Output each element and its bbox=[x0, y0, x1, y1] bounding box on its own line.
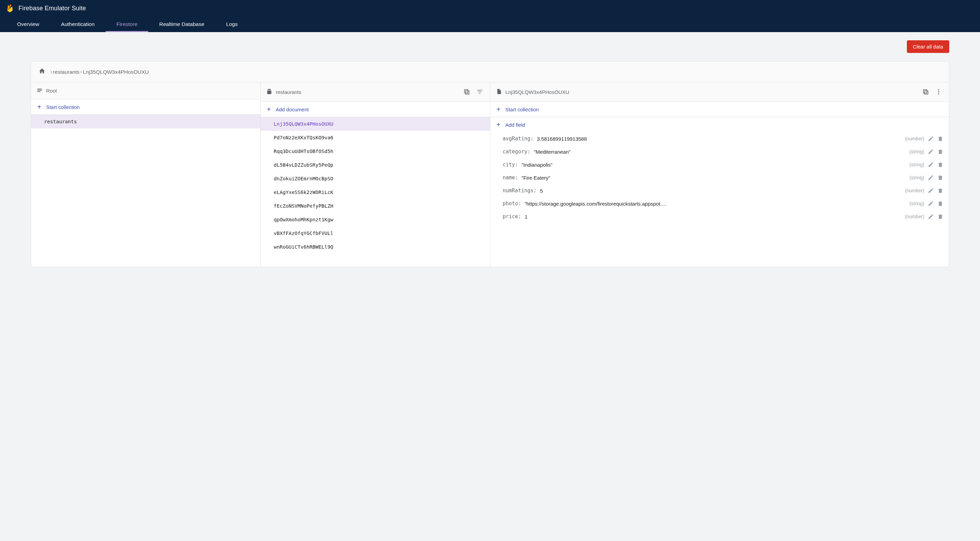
tab-overview[interactable]: Overview bbox=[6, 16, 50, 32]
add-document-button[interactable]: + Add document bbox=[261, 102, 490, 117]
field-type: (number) bbox=[905, 214, 924, 219]
svg-point-4 bbox=[938, 89, 939, 90]
field-type: (number) bbox=[905, 136, 924, 141]
trash-icon[interactable] bbox=[937, 162, 943, 168]
filter-icon[interactable] bbox=[475, 87, 485, 97]
plus-icon: + bbox=[267, 106, 271, 113]
field-type: (string) bbox=[909, 149, 924, 154]
trash-icon[interactable] bbox=[937, 149, 943, 155]
collection-item[interactable]: restaurants bbox=[31, 115, 260, 129]
document-item[interactable]: Pd7oNz2eXKxTQsKO9va6 bbox=[261, 131, 490, 144]
svg-point-5 bbox=[938, 91, 939, 92]
field-key: name: bbox=[503, 175, 518, 181]
breadcrumb: ›restaurants›Lnj35QLQW3x4PHosOUXU bbox=[31, 62, 949, 82]
add-field-button[interactable]: + Add field bbox=[490, 117, 949, 132]
app-title: Firebase Emulator Suite bbox=[19, 5, 86, 12]
trash-icon[interactable] bbox=[937, 200, 943, 207]
pencil-icon[interactable] bbox=[928, 149, 934, 155]
firebase-logo-icon bbox=[6, 3, 14, 13]
document-item[interactable]: Rqq3DcuUdHTsOBfOSd5h bbox=[261, 144, 490, 158]
start-collection-label: Start collection bbox=[505, 106, 539, 113]
field-row: photo:"https://storage.googleapis.com/fi… bbox=[490, 197, 949, 210]
copy-icon[interactable] bbox=[921, 87, 931, 97]
breadcrumb-item[interactable]: Lnj35QLQW3x4PHosOUXU bbox=[83, 69, 149, 75]
svg-rect-3 bbox=[923, 89, 927, 93]
more-icon[interactable] bbox=[934, 87, 943, 97]
tab-authentication[interactable]: Authentication bbox=[50, 16, 106, 32]
pencil-icon[interactable] bbox=[928, 187, 934, 194]
svg-rect-1 bbox=[465, 89, 468, 93]
field-value: "Mediterranean" bbox=[534, 149, 906, 155]
columns-container: Root + Start collection restaurants rest… bbox=[31, 82, 949, 267]
start-collection-button[interactable]: + Start collection bbox=[490, 102, 949, 117]
start-collection-button[interactable]: + Start collection bbox=[31, 99, 260, 115]
pencil-icon[interactable] bbox=[928, 213, 934, 220]
add-document-label: Add document bbox=[276, 106, 309, 113]
document-icon bbox=[496, 89, 502, 96]
start-collection-label: Start collection bbox=[46, 104, 80, 110]
trash-icon[interactable] bbox=[937, 213, 943, 220]
tab-realtime-database[interactable]: Realtime Database bbox=[148, 16, 215, 32]
document-item[interactable]: dL5B4vLDZZubSRy5PeQp bbox=[261, 158, 490, 172]
svg-point-6 bbox=[938, 93, 939, 94]
collection-icon bbox=[266, 89, 272, 96]
pencil-icon[interactable] bbox=[928, 136, 934, 142]
field-type: (string) bbox=[909, 201, 924, 206]
field-type: (string) bbox=[909, 162, 924, 167]
root-column: Root + Start collection restaurants bbox=[31, 82, 261, 267]
document-detail-label: Lnj35QLQW3x4PHosOUXU bbox=[505, 89, 918, 95]
document-item[interactable]: Lnj35QLQW3x4PHosOUXU bbox=[261, 117, 490, 131]
document-item[interactable]: wnRoGUiCTv6hRBWELl9Q bbox=[261, 240, 490, 254]
field-value: "https://storage.googleapis.com/firestor… bbox=[525, 201, 906, 207]
field-key: price: bbox=[503, 213, 521, 220]
clear-all-data-button[interactable]: Clear all data bbox=[907, 40, 949, 53]
tab-logs[interactable]: Logs bbox=[215, 16, 249, 32]
pencil-icon[interactable] bbox=[928, 200, 934, 207]
field-row: city:"Indianapolis"(string) bbox=[490, 158, 949, 171]
document-detail-column: Lnj35QLQW3x4PHosOUXU + Start collection … bbox=[490, 82, 949, 267]
field-value: "Fire Eatery" bbox=[522, 175, 906, 181]
add-field-label: Add field bbox=[505, 122, 525, 128]
field-row: name:"Fire Eatery"(string) bbox=[490, 171, 949, 184]
trash-icon[interactable] bbox=[937, 187, 943, 194]
svg-rect-2 bbox=[924, 91, 928, 94]
documents-column: restaurants + Add document Lnj35QLQW3x4P… bbox=[261, 82, 490, 267]
app-header: Firebase Emulator Suite OverviewAuthenti… bbox=[0, 0, 980, 32]
toolbar: Clear all data bbox=[0, 32, 980, 53]
field-row: avgRating:3.5816899119913588(number) bbox=[490, 132, 949, 145]
breadcrumb-item[interactable]: restaurants bbox=[53, 69, 80, 75]
home-icon[interactable] bbox=[38, 68, 45, 76]
field-type: (number) bbox=[905, 188, 924, 193]
pencil-icon[interactable] bbox=[928, 162, 934, 168]
field-row: category:"Mediterranean"(string) bbox=[490, 145, 949, 158]
field-key: category: bbox=[503, 149, 530, 155]
trash-icon[interactable] bbox=[937, 136, 943, 142]
chevron-right-icon: › bbox=[50, 68, 52, 75]
trash-icon[interactable] bbox=[937, 175, 943, 181]
chevron-right-icon: › bbox=[80, 68, 82, 75]
collection-list: restaurants bbox=[31, 115, 260, 267]
field-value: 3.5816899119913588 bbox=[537, 136, 901, 142]
plus-icon: + bbox=[496, 121, 501, 128]
document-item[interactable]: eLAgYxeSS6k2zWORiLcK bbox=[261, 186, 490, 199]
document-item[interactable]: fEcZoNSVMNoPefyPBLZH bbox=[261, 199, 490, 213]
field-value: 1 bbox=[525, 214, 901, 220]
field-key: city: bbox=[503, 162, 518, 168]
document-item[interactable]: dnZokuiZOEmrnMOcBpSO bbox=[261, 172, 490, 186]
plus-icon: + bbox=[37, 103, 41, 110]
nav-tabs: OverviewAuthenticationFirestoreRealtime … bbox=[0, 16, 980, 32]
field-row: price:1(number) bbox=[490, 210, 949, 223]
field-key: photo: bbox=[503, 200, 521, 207]
field-value: 5 bbox=[540, 188, 901, 194]
tab-firestore[interactable]: Firestore bbox=[106, 16, 148, 32]
firestore-panel: ›restaurants›Lnj35QLQW3x4PHosOUXU Root +… bbox=[31, 61, 949, 267]
copy-icon[interactable] bbox=[462, 87, 471, 97]
field-type: (string) bbox=[909, 175, 924, 180]
pencil-icon[interactable] bbox=[928, 175, 934, 181]
document-list: Lnj35QLQW3x4PHosOUXUPd7oNz2eXKxTQsKO9va6… bbox=[261, 117, 490, 267]
document-item[interactable]: vBXfFAzOfqYGCfbFVULl bbox=[261, 227, 490, 240]
document-item[interactable]: qpOwXmohoMhKpnzt1Kgw bbox=[261, 213, 490, 227]
plus-icon: + bbox=[496, 106, 501, 113]
documents-column-label: restaurants bbox=[276, 89, 458, 95]
root-column-label: Root bbox=[46, 88, 255, 94]
